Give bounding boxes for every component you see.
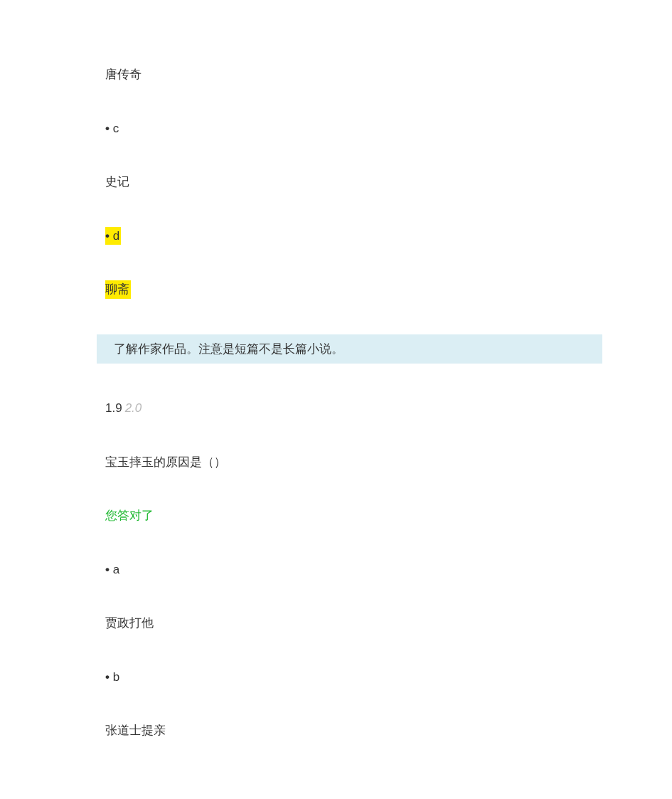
q1-option-c-text: 史记 xyxy=(105,173,567,191)
q2-score: 1.92.0 xyxy=(105,399,567,418)
q2-score-earned: 1.9 xyxy=(105,401,122,415)
q2-stem: 宝玉摔玉的原因是（） xyxy=(105,453,567,472)
page-content: 唐传奇 c 史记 d 聊斋 了解作家作品。注意是短篇不是长篇小说。 1.92.0… xyxy=(0,0,672,740)
q2-result: 您答对了 xyxy=(105,507,567,525)
q2-option-a-text: 贾政打他 xyxy=(105,614,567,633)
q2-option-b-text: 张道士提亲 xyxy=(105,721,567,740)
q1-option-d-letter: d xyxy=(105,227,121,245)
q1-option-d-letter-wrap: d xyxy=(105,227,567,245)
q1-explanation-box: 了解作家作品。注意是短篇不是长篇小说。 xyxy=(97,334,602,364)
q2-option-b-letter: b xyxy=(105,668,567,687)
q1-option-b-text: 唐传奇 xyxy=(105,65,567,84)
q1-option-c-letter: c xyxy=(105,120,567,138)
q1-option-d-text: 聊斋 xyxy=(105,280,131,299)
q2-option-a-letter: a xyxy=(105,561,567,579)
q2-score-total: 2.0 xyxy=(125,401,142,415)
q1-explanation: 了解作家作品。注意是短篇不是长篇小说。 xyxy=(114,342,343,356)
q1-option-d-text-wrap: 聊斋 xyxy=(105,280,567,299)
